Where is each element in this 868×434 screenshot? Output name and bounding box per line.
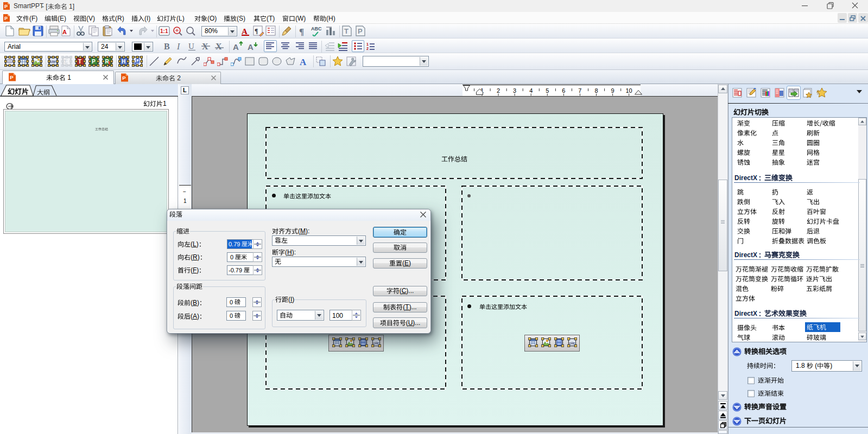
svg-text:A: A [233,42,239,52]
svg-text:T: T [78,59,81,65]
svg-text:P: P [92,59,96,65]
svg-text:A: A [300,57,307,67]
svg-text:P: P [4,16,8,21]
svg-text:T: T [344,27,349,35]
svg-text:4: 4 [529,87,533,94]
svg-text:U: U [188,42,194,50]
svg-text:3: 3 [513,87,516,94]
svg-text:Σ: Σ [64,58,67,65]
svg-text:1: 1 [366,42,369,46]
svg-text:P: P [358,27,363,35]
svg-text:I: I [176,42,180,51]
svg-text:P: P [10,74,14,80]
svg-text:P: P [4,4,8,9]
svg-text:H: H [122,59,125,65]
svg-text:A: A [242,27,248,36]
svg-text:6: 6 [562,87,565,94]
svg-text:P: P [122,75,126,81]
svg-text:B: B [164,42,170,51]
svg-text:10: 10 [626,87,632,94]
svg-text:2: 2 [497,87,500,94]
svg-text:¶: ¶ [255,27,258,35]
svg-text:9: 9 [611,87,614,94]
svg-text:1:1: 1:1 [160,28,168,34]
svg-text:2: 2 [366,47,369,50]
svg-text:A: A [248,42,254,52]
svg-text:¶: ¶ [299,27,304,36]
svg-text:ABC: ABC [311,26,322,31]
svg-text:5: 5 [546,87,549,94]
svg-text:7: 7 [578,87,581,94]
svg-text:X: X [216,42,222,51]
svg-text:ole: ole [50,59,56,64]
svg-text:A: A [62,29,67,35]
svg-text:8: 8 [594,87,598,94]
